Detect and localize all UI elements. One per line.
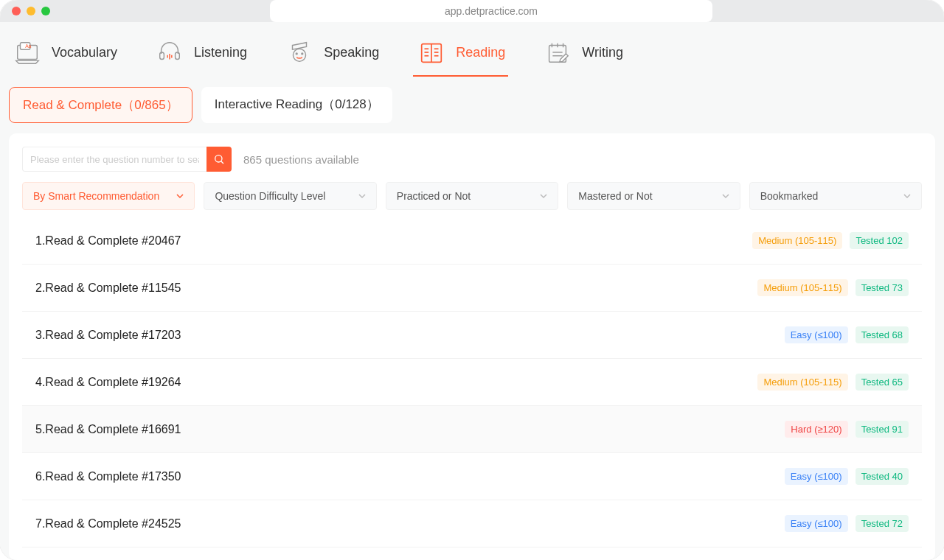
subtabs: Read & Complete（0/865） Interactive Readi… xyxy=(0,84,944,133)
question-row[interactable]: 6.Read & Complete #17350Easy (≤100)Teste… xyxy=(22,453,922,500)
question-list: 1.Read & Complete #20467Medium (105-115)… xyxy=(22,217,922,547)
tested-badge: Tested 91 xyxy=(856,421,909,438)
search-box xyxy=(22,147,232,172)
main-panel: 865 questions available By Smart Recomme… xyxy=(9,133,935,560)
vocabulary-icon: Aa xyxy=(12,37,43,68)
filter-mastered[interactable]: Mastered or Not xyxy=(567,182,740,210)
url-bar[interactable]: app.detpractice.com xyxy=(270,0,712,22)
question-tags: Medium (105-115)Tested 102 xyxy=(752,232,909,249)
tested-badge: Tested 65 xyxy=(856,374,909,391)
search-icon xyxy=(213,153,225,165)
question-tags: Easy (≤100)Tested 72 xyxy=(785,515,909,532)
search-input[interactable] xyxy=(22,147,206,172)
difficulty-badge: Medium (105-115) xyxy=(757,374,847,391)
filter-recommendation[interactable]: By Smart Recommendation xyxy=(22,182,195,210)
svg-rect-3 xyxy=(160,52,164,60)
titlebar: app.detpractice.com xyxy=(0,0,944,22)
svg-point-19 xyxy=(215,155,222,162)
difficulty-badge: Easy (≤100) xyxy=(785,515,848,532)
question-tags: Hard (≥120)Tested 91 xyxy=(785,421,909,438)
minimize-icon[interactable] xyxy=(27,7,35,15)
question-row[interactable]: 2.Read & Complete #11545Medium (105-115)… xyxy=(22,265,922,312)
search-button[interactable] xyxy=(206,147,232,172)
question-row[interactable]: 4.Read & Complete #19264Medium (105-115)… xyxy=(22,359,922,406)
traffic-lights xyxy=(12,7,50,15)
question-title: 1.Read & Complete #20467 xyxy=(35,234,181,248)
tested-badge: Tested 73 xyxy=(856,279,909,296)
writing-icon xyxy=(542,37,573,68)
top-nav: Aa Vocabulary Listening Speaking Reading xyxy=(0,22,944,84)
nav-reading[interactable]: Reading xyxy=(413,32,508,75)
subtab-interactive-reading[interactable]: Interactive Reading（0/128） xyxy=(201,87,392,123)
tested-badge: Tested 72 xyxy=(856,515,909,532)
question-title: 6.Read & Complete #17350 xyxy=(35,470,181,483)
filter-label: Question Difficulty Level xyxy=(215,190,325,202)
question-title: 2.Read & Complete #11545 xyxy=(35,281,181,295)
question-row[interactable]: 1.Read & Complete #20467Medium (105-115)… xyxy=(22,217,922,265)
question-tags: Medium (105-115)Tested 73 xyxy=(757,279,909,296)
nav-label: Writing xyxy=(582,45,623,60)
nav-vocabulary[interactable]: Aa Vocabulary xyxy=(9,32,120,75)
chevron-down-icon xyxy=(358,192,366,200)
nav-writing[interactable]: Writing xyxy=(539,32,626,75)
chevron-down-icon xyxy=(540,192,547,200)
nav-speaking[interactable]: Speaking xyxy=(281,32,382,75)
filters: By Smart Recommendation Question Difficu… xyxy=(22,182,922,210)
reading-icon xyxy=(416,37,447,68)
question-title: 7.Read & Complete #24525 xyxy=(35,517,181,531)
chevron-down-icon xyxy=(722,192,729,200)
svg-point-6 xyxy=(296,53,297,55)
question-row[interactable]: 3.Read & Complete #17203Easy (≤100)Teste… xyxy=(22,312,922,359)
filter-difficulty[interactable]: Question Difficulty Level xyxy=(204,182,376,210)
nav-label: Listening xyxy=(194,45,247,60)
listening-icon xyxy=(154,37,185,68)
chevron-down-icon xyxy=(903,192,911,200)
nav-label: Speaking xyxy=(324,45,379,60)
svg-point-5 xyxy=(294,49,306,61)
close-icon[interactable] xyxy=(12,7,21,15)
filter-label: Mastered or Not xyxy=(578,190,652,202)
question-row[interactable]: 5.Read & Complete #16691Hard (≥120)Teste… xyxy=(22,406,922,453)
nav-listening[interactable]: Listening xyxy=(151,32,250,75)
difficulty-badge: Easy (≤100) xyxy=(785,468,848,485)
difficulty-badge: Hard (≥120) xyxy=(785,421,847,438)
nav-label: Reading xyxy=(456,45,505,60)
difficulty-badge: Easy (≤100) xyxy=(785,326,848,343)
maximize-icon[interactable] xyxy=(41,7,50,15)
tested-badge: Tested 40 xyxy=(856,468,909,485)
filter-label: Bookmarked xyxy=(760,190,819,202)
subtab-read-complete[interactable]: Read & Complete（0/865） xyxy=(9,87,192,123)
question-row[interactable]: 7.Read & Complete #24525Easy (≤100)Teste… xyxy=(22,500,922,547)
speaking-icon xyxy=(284,37,315,68)
tested-badge: Tested 68 xyxy=(856,326,909,343)
tested-badge: Tested 102 xyxy=(850,232,909,249)
filter-label: By Smart Recommendation xyxy=(33,190,159,202)
question-tags: Easy (≤100)Tested 40 xyxy=(785,468,909,485)
question-title: 4.Read & Complete #19264 xyxy=(35,376,181,389)
difficulty-badge: Medium (105-115) xyxy=(752,232,842,249)
svg-line-20 xyxy=(221,161,223,164)
filter-practiced[interactable]: Practiced or Not xyxy=(386,182,558,210)
svg-text:Aa: Aa xyxy=(25,43,31,49)
filter-label: Practiced or Not xyxy=(397,190,471,202)
svg-rect-4 xyxy=(176,52,180,60)
question-tags: Easy (≤100)Tested 68 xyxy=(785,326,909,343)
question-tags: Medium (105-115)Tested 65 xyxy=(757,374,909,391)
nav-label: Vocabulary xyxy=(52,45,117,60)
question-count: 865 questions available xyxy=(243,153,359,166)
svg-point-7 xyxy=(302,53,303,55)
difficulty-badge: Medium (105-115) xyxy=(757,279,847,296)
question-title: 3.Read & Complete #17203 xyxy=(35,329,181,342)
chevron-down-icon xyxy=(176,192,184,200)
question-title: 5.Read & Complete #16691 xyxy=(35,423,181,436)
filter-bookmarked[interactable]: Bookmarked xyxy=(749,182,922,210)
